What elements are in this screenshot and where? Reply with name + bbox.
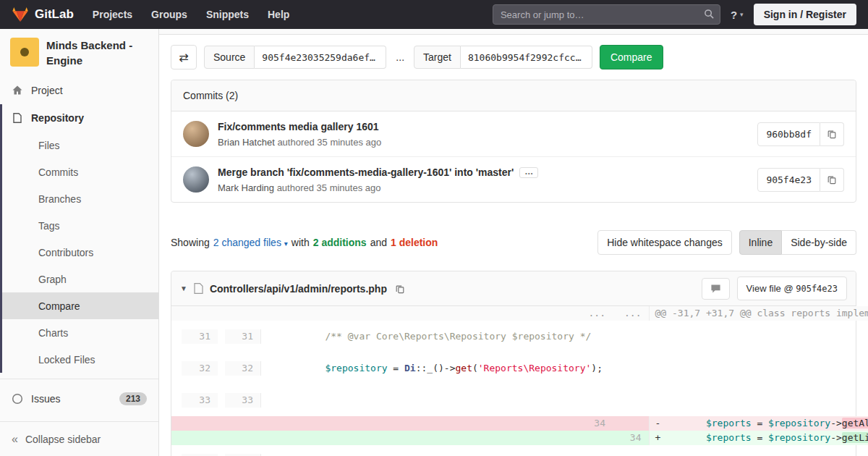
commit-title-link[interactable]: Fix/comments media gallery 1601 — [218, 121, 379, 132]
copy-file-path-button[interactable] — [393, 282, 407, 295]
expand-commit-message-button[interactable]: … — [519, 167, 538, 178]
view-file-sha: 905f4e23 — [796, 284, 838, 294]
sidebar: Minds Backend - Engine Project Repositor… — [0, 29, 159, 456]
new-line-number[interactable]: 32 — [225, 361, 261, 376]
code-token: $repository — [768, 432, 830, 443]
search-input[interactable] — [493, 4, 720, 25]
collapse-sidebar-button[interactable]: « Collapse sidebar — [0, 421, 158, 456]
commit-author-avatar — [183, 121, 209, 147]
diff-row: 3232 $repository = Di::_()->get('Reports… — [171, 352, 613, 384]
code-token: $repository — [768, 418, 830, 428]
sidebar-section-repository: Repository FilesCommitsBranchesTagsContr… — [0, 104, 158, 373]
commit-author-avatar — [183, 166, 209, 193]
new-line-number[interactable] — [613, 416, 649, 431]
comment-button[interactable] — [702, 278, 730, 300]
range-dots: ... — [393, 51, 407, 63]
nav-groups[interactable]: Groups — [151, 9, 187, 20]
copy-icon — [827, 174, 837, 185]
sidebar-item-locked-files[interactable]: Locked Files — [2, 346, 158, 373]
code-token: = — [752, 418, 768, 428]
commit-sha[interactable]: 905f4e23 — [757, 168, 820, 192]
sidebar-item-graph[interactable]: Graph — [2, 266, 158, 292]
code-token: -> — [830, 418, 842, 428]
code-token: /** @var Core\Reports\Repository $reposi… — [325, 331, 591, 342]
new-line-number[interactable]: 34 — [613, 431, 649, 445]
commit-title-link[interactable]: Merge branch 'fix/comments-media-gallery… — [218, 166, 514, 178]
code-token: getAll — [842, 418, 868, 428]
old-line-number[interactable] — [171, 431, 613, 445]
code-token — [274, 363, 325, 373]
issues-icon — [12, 393, 23, 405]
diff-row: 3333 — [171, 384, 613, 416]
sidebar-item-repository[interactable]: Repository — [2, 104, 158, 132]
tanuki-icon — [12, 6, 29, 23]
old-line-number[interactable]: ... — [171, 306, 613, 321]
code-token: ::_()-> — [416, 363, 456, 373]
sign-in-register-button[interactable]: Sign in / Register — [754, 4, 856, 25]
old-line-number[interactable]: 33 — [182, 393, 218, 408]
code-token: 'Reports\Repository' — [478, 363, 592, 373]
issues-count-badge: 213 — [119, 392, 147, 405]
compare-button[interactable]: Compare — [600, 45, 663, 69]
sidebar-item-files[interactable]: Files — [2, 132, 158, 159]
nav-snippets[interactable]: Snippets — [206, 9, 249, 20]
comment-icon — [710, 284, 721, 294]
side-by-side-view-button[interactable]: Side-by-side — [782, 230, 856, 255]
diff-view-toggle: Inline Side-by-side — [739, 230, 856, 255]
new-line-number[interactable]: ... — [613, 306, 649, 321]
sidebar-item-contributors[interactable]: Contributors — [2, 239, 158, 266]
sidebar-item-charts[interactable]: Charts — [2, 319, 158, 346]
file-path-link[interactable]: Controllers/api/v1/admin/reports.php — [210, 283, 387, 295]
view-file-button[interactable]: View file @ 905f4e23 — [737, 276, 847, 300]
project-context[interactable]: Minds Backend - Engine — [0, 29, 158, 77]
deletions-count: 1 deletion — [391, 237, 438, 248]
help-dropdown[interactable]: ? ▾ — [731, 9, 744, 21]
code-cell: @@ -31,7 +31,7 @@ class reports implemen… — [649, 306, 868, 321]
copy-sha-button[interactable] — [820, 168, 844, 192]
search-icon[interactable] — [704, 9, 715, 20]
nav-projects[interactable]: Projects — [93, 9, 132, 20]
nav-help[interactable]: Help — [268, 9, 289, 20]
old-line-number[interactable]: 34 — [171, 416, 613, 431]
hide-whitespace-button[interactable]: Hide whitespace changes — [597, 230, 732, 255]
diff-summary: Showing 2 changed files ▾ with 2 additio… — [171, 230, 856, 255]
changed-files-dropdown[interactable]: 2 changed files ▾ — [213, 237, 288, 248]
old-line-number[interactable]: 31 — [182, 329, 218, 344]
diff-file-actions: View file @ 905f4e23 — [702, 276, 847, 300]
sidebar-item-compare[interactable]: Compare — [2, 292, 158, 319]
sidebar-item-branches[interactable]: Branches — [2, 185, 158, 212]
search-box — [493, 4, 720, 25]
showing-label: Showing — [171, 237, 210, 248]
diff-row: 34- $reports = $repository->getAll([ — [171, 416, 868, 431]
sidebar-item-commits[interactable]: Commits — [2, 159, 158, 185]
code-token: getList — [842, 432, 868, 443]
code-token: -> — [830, 432, 842, 443]
question-mark-icon: ? — [731, 9, 737, 21]
sidebar-item-issues[interactable]: Issues 213 — [0, 385, 158, 413]
commit-sha[interactable]: 960bb8df — [757, 122, 820, 146]
target-input[interactable] — [461, 46, 592, 69]
commit-meta: Mark Harding authored 35 minutes ago — [218, 182, 757, 193]
commit-author-link[interactable]: Mark Harding — [218, 182, 274, 193]
new-line-number[interactable]: 31 — [225, 329, 261, 344]
new-line-number[interactable]: 33 — [225, 393, 261, 408]
source-input[interactable] — [255, 46, 386, 69]
old-line-number[interactable]: 32 — [182, 361, 218, 376]
sidebar-item-project[interactable]: Project — [0, 77, 158, 104]
sidebar-nav: Project Repository FilesCommitsBranchesT… — [0, 77, 158, 413]
commit-author-link[interactable]: Brian Hatchet — [218, 137, 275, 148]
swap-revisions-button[interactable]: ⇄ — [171, 45, 197, 69]
code-cell: $repository = Di::_()->get('Reports\Repo… — [268, 361, 603, 376]
target-input-group: Target — [414, 46, 592, 69]
logo-text: GitLab — [35, 7, 74, 22]
gitlab-logo[interactable]: GitLab — [12, 6, 74, 23]
copy-sha-button[interactable] — [820, 122, 844, 146]
code-token: $repository — [325, 363, 387, 373]
sidebar-item-tags[interactable]: Tags — [2, 212, 158, 239]
inline-view-button[interactable]: Inline — [739, 230, 782, 255]
commits-panel: Commits (2) Fix/comments media gallery 1… — [171, 80, 856, 203]
navbar-right: ? ▾ Sign in / Register — [493, 4, 856, 25]
diff-stats: Showing 2 changed files ▾ with 2 additio… — [171, 237, 438, 248]
source-label: Source — [204, 46, 255, 69]
collapse-diff-caret[interactable]: ▼ — [180, 284, 187, 292]
